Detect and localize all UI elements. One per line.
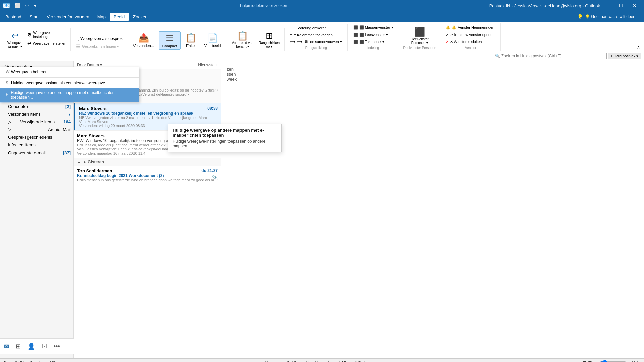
indeling-label: Indeling [352, 46, 395, 50]
quick-save-btn[interactable]: ⬜ [13, 2, 22, 9]
view-icon-split[interactable]: ⊞ [588, 360, 592, 362]
rangschikken-op-btn[interactable]: ⊞ Rangschikkenop ▾ [257, 29, 282, 50]
date-group-gisteren: ▲ ▲ Gisteren [74, 158, 221, 166]
view-icon-normal[interactable]: ⊟ [583, 360, 587, 362]
sidebar-item-archief[interactable]: ▷ Archief Mail [0, 126, 73, 133]
concepten-badge: [2] [65, 104, 71, 109]
email-list: Door Datum ▾ Nieuwste ↓ zen ssen week na… [74, 61, 221, 358]
weergave-herstellen-btn[interactable]: ↩ Weergave herstellen [26, 40, 68, 47]
gespreksinstellingen-label: Gespreksinstellingen ▾ [82, 44, 119, 49]
reading-pane: zen ssen week [221, 61, 644, 358]
sidebar-item-verwijderde-account[interactable]: ▷ Verwijderde items 164 [0, 118, 73, 126]
menu-zoeken[interactable]: Zoeken [129, 13, 151, 21]
deelvenster-personen-btn[interactable]: ⬛ DeelvensterPersonen ▾ [403, 25, 436, 46]
gesprek-checkbox-input[interactable] [75, 37, 79, 41]
zoom-controls: — + 10 % [595, 360, 640, 362]
undo-btn[interactable]: ↩ [23, 2, 31, 9]
menu-start[interactable]: Start [25, 13, 43, 21]
sidebar-item-ongewenste[interactable]: Ongewenste e-mail [37] [0, 149, 73, 157]
voorbeeld-bericht-btn[interactable]: 📋 Voorbeeld vanbericht ▾ [230, 29, 255, 50]
nav-calendar-btn[interactable]: ⊞ [14, 341, 22, 351]
sortering-label: ↕ Sortering omkeren [293, 26, 327, 30]
menu-bestand[interactable]: Bestand [1, 13, 25, 21]
nav-contacts-btn[interactable]: 👤 [26, 341, 36, 351]
zoom-out-btn[interactable]: — [595, 361, 598, 362]
weergave-herstellen-icon: ↩ [27, 41, 31, 46]
view-mode-verzonden[interactable]: 📤 Verzonden... [130, 31, 157, 50]
ribbon-group-indeling: ⬛ ⬛ Mappenvenster ▾ ⬛ ⬛ Leesvenster ▾ ⬛ … [348, 23, 399, 51]
ribbon-group-venster: 🔔 🔔 Venster Herinneringen ↗ ↗ In nieuw v… [440, 23, 501, 51]
rangschikken-op-label: Rangschikkenop ▾ [259, 41, 280, 48]
email-preview-marc-re: NB Vwb vergroten zijn er nu 2 manieren i… [79, 116, 218, 120]
nav-more-btn[interactable]: ••• [52, 342, 61, 351]
app-icon: 📧 [3, 2, 10, 9]
search-input[interactable] [501, 54, 604, 58]
verzonden-badge: 7 [68, 112, 71, 117]
weergave-instellingen-label: Weergave-instellingen [33, 31, 51, 39]
sidebar-item-verzonden[interactable]: Verzonden items 7 [0, 110, 73, 118]
title-bar: 📧 ⬜ ↩ ▾ hulpmiddelen voor zoeken Postvak… [0, 0, 644, 11]
status-connection: Verbonden met: Microsoft Exchange [315, 361, 374, 362]
dropdown-weergaven-beheren[interactable]: W Weergaven beheren... [0, 67, 139, 77]
nieuw-venster-icon: ↗ [446, 33, 449, 37]
tell-me-bar[interactable]: 💡 💡 Geef aan wat u wilt doen... [573, 13, 643, 21]
alle-sluiten-btn[interactable]: ✕ ✕ Alle items sluiten [444, 39, 496, 45]
verwijderde-expand-icon: ▷ [8, 119, 11, 124]
view-mode-voorbeeld[interactable]: 📄 Voorbeeld [201, 31, 224, 50]
window-title: Postvak IN - JessicaVerwijst-deHaan@visi… [489, 3, 600, 8]
deelvenster-section-label: Deelvenster Personen [403, 46, 436, 50]
zoom-slider[interactable] [600, 360, 627, 362]
sidebar-item-concepten[interactable]: Concepten [2] [0, 103, 73, 110]
status-unread: Ongelezen: 972 [30, 361, 56, 362]
nav-mail-btn[interactable]: ✉ [3, 341, 10, 351]
ribbon-collapse-btn[interactable]: ∧ [636, 44, 641, 51]
zoom-in-btn[interactable]: + [628, 361, 630, 362]
weergave-instellingen-btn[interactable]: ⚙ Weergave-instellingen [26, 30, 68, 39]
nav-tasks-btn[interactable]: ☑ [40, 341, 48, 351]
menu-bar: Bestand Start Verzenden/ontvangen Map Be… [0, 11, 644, 22]
kolommen-toevoegen-btn[interactable]: ≡ ≡ Kolommen toevoegen [289, 32, 343, 38]
dropdown-opslaan-weergave[interactable]: S Huidige weergave opslaan als een nieuw… [0, 78, 139, 88]
sidebar-item-gesprekgeschiedenis[interactable]: Gespreksgeschiedenis [0, 133, 73, 141]
email-item-ton[interactable]: Ton Schilderman do 21:27 Kennisdeeldag b… [74, 166, 221, 185]
venster-herinneringen-btn[interactable]: 🔔 🔔 Venster Herinneringen [444, 25, 496, 31]
weergeven-gesprek-checkbox[interactable]: Weergeven als gesprek [75, 36, 123, 42]
menu-beeld[interactable]: Beeld [110, 13, 129, 21]
takenbalk-icon: ⬛ [353, 40, 358, 44]
gespreksinstellingen-btn[interactable]: ☰ Gespreksinstellingen ▾ [75, 43, 123, 50]
close-btn[interactable]: ✕ [628, 2, 641, 10]
menu-verzenden[interactable]: Verzenden/ontvangen [43, 13, 93, 21]
tooltip-box: Huidige weergave op andere mappen met e-… [168, 124, 282, 152]
sidebar-item-infected[interactable]: Infected Items [0, 141, 73, 149]
archief-label: Archief Mail [48, 127, 71, 132]
view-mode-enkel[interactable]: 📋 Enkel [182, 31, 200, 50]
leesvenster-btn[interactable]: ⬛ ⬛ Leesvenster ▾ [352, 32, 395, 38]
title-bar-left: 📧 ⬜ ↩ ▾ [3, 2, 38, 9]
menu-map[interactable]: Map [93, 13, 110, 21]
nieuw-venster-btn[interactable]: ↗ ↗ In nieuw venster openen [444, 32, 496, 38]
view-mode-buttons: 📤 Verzonden... ☰ Compact 📋 Enkel 📄 Voorb… [130, 31, 224, 50]
sort-order-label[interactable]: Nieuwste ↓ [198, 63, 218, 67]
rangschikking-label: Rangschikking [289, 46, 343, 50]
email-attachment-ton: 📎 [212, 175, 218, 180]
alle-sluiten-label: ✕ Alle items sluiten [450, 40, 482, 44]
email-time-ton: do 21:27 [201, 168, 218, 173]
quick-access-dropdown[interactable]: ▾ [32, 2, 38, 9]
email-subject-ton: Kennisdeeldag begin 2021 Werkdocument (2… [77, 173, 218, 178]
sortering-omkeren-btn[interactable]: ↕ ↕ Sortering omkeren [289, 25, 343, 31]
dropdown-toepassen-weergave[interactable]: H Huidige weergave op andere mappen met … [0, 88, 139, 102]
takenbalk-btn[interactable]: ⬛ ⬛ Takenbalk ▾ [352, 39, 395, 45]
gesprek-label: Gespreksgeschiedenis [8, 135, 52, 140]
weergave-wijzigen-btn[interactable]: ↩ Weergavewijzigen ▾ [5, 29, 24, 50]
mappenvenster-btn[interactable]: ⬛ ⬛ Mappenvenster ▾ [352, 25, 395, 31]
minimize-btn[interactable]: — [600, 2, 614, 10]
samenvouwen-btn[interactable]: ⟺ ⟺ Uit- en samenvouwen ▾ [289, 39, 343, 45]
sort-label[interactable]: Door Datum ▾ [77, 63, 102, 67]
view-mode-compact[interactable]: ☰ Compact [159, 31, 181, 50]
restore-btn[interactable]: ☐ [614, 2, 628, 10]
search-scope-btn[interactable]: Huidig postvak ▾ [608, 53, 641, 59]
weergave-wijzigen-icon: ↩ [11, 31, 19, 41]
zoom-level: 10 % [632, 361, 640, 362]
date-group-triangle[interactable]: ▲ [77, 160, 81, 164]
sidebar-nav-bar: ✉ ⊞ 👤 ☑ ••• [0, 338, 74, 354]
